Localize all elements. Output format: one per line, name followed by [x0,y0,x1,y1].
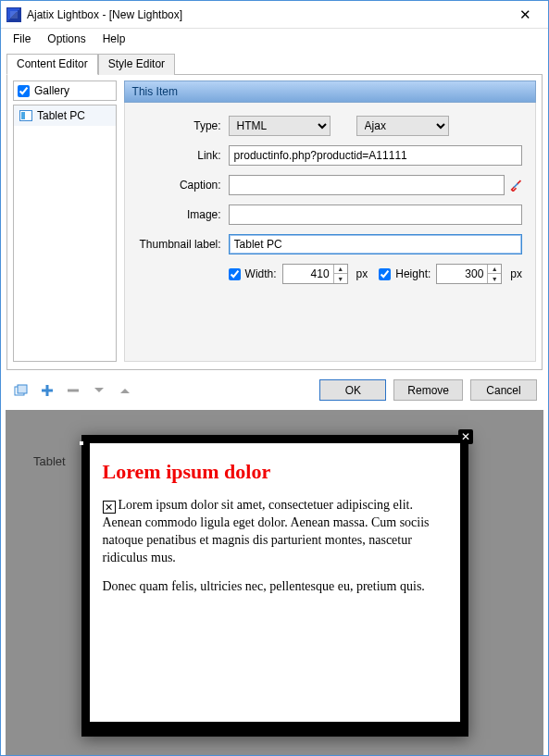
preview-area: Tablet ✕ Lorem ipsum dolor ✕Lorem ipsum … [6,410,543,756]
gallery-label: Gallery [34,84,69,97]
height-toggle[interactable]: Height: [379,267,430,280]
lightbox-paragraph: ✕Lorem ipsum dolor sit amet, consectetue… [103,497,447,567]
gallery-list[interactable]: Tablet PC [13,105,117,362]
lightbox-paragraph: Donec quam felis, ultricies nec, pellent… [103,578,447,596]
gallery-item-label: Tablet PC [37,109,85,122]
link-input[interactable] [229,145,522,166]
add-icon[interactable] [38,382,56,399]
label-thumbnail: Thumbnail label: [138,238,229,251]
list-toolbar: OK Remove Cancel [6,370,543,410]
gallery-checkbox[interactable] [18,85,30,97]
eyedropper-icon[interactable] [510,179,522,192]
lightbox-close-icon[interactable]: ✕ [458,429,473,444]
tab-style-editor[interactable]: Style Editor [98,54,175,75]
menu-bar: File Options Help [1,29,548,49]
broken-image-icon: ✕ [103,501,116,514]
chevron-down-icon[interactable]: ▼ [487,274,501,283]
preview-thumb-caption: Tablet [33,454,66,468]
height-input[interactable] [437,265,487,283]
window-title: Ajatix Lightbox - [New Lightbox] [27,8,182,21]
this-item-header: This Item [124,81,536,103]
image-input[interactable] [229,204,522,225]
gallery-item-icon [19,110,32,121]
thumbnail-label-input[interactable] [229,234,522,254]
tab-content-editor[interactable]: Content Editor [6,54,98,75]
label-link: Link: [138,149,229,162]
svg-rect-1 [18,385,27,393]
label-caption: Caption: [138,179,229,192]
ok-button[interactable]: OK [319,379,386,401]
type-select[interactable]: HTML [229,116,331,136]
ajax-select[interactable]: Ajax [356,116,449,136]
gallery-toggle[interactable]: Gallery [13,81,117,101]
title-bar: Ajatix Lightbox - [New Lightbox] ✕ [1,1,548,29]
remove-icon[interactable] [64,382,82,399]
move-down-icon[interactable] [90,382,108,399]
label-type: Type: [138,119,229,132]
chevron-up-icon[interactable]: ▲ [333,265,347,274]
menu-help[interactable]: Help [96,31,132,47]
app-logo-icon [6,7,21,22]
chevron-down-icon[interactable]: ▼ [333,274,347,283]
move-up-icon[interactable] [116,382,134,399]
gallery-item[interactable]: Tablet PC [14,105,116,126]
lightbox-title: Lorem ipsum dolor [103,460,447,484]
lightbox-preview: ✕ Lorem ipsum dolor ✕Lorem ipsum dolor s… [81,435,468,737]
caption-input[interactable] [229,175,505,195]
width-stepper[interactable]: ▲▼ [333,265,347,283]
lightbox-tip-icon [80,441,83,445]
duplicate-icon[interactable] [12,382,31,399]
width-checkbox[interactable] [229,268,241,280]
editor-tabs: Content Editor Style Editor [6,53,543,74]
height-checkbox[interactable] [379,268,391,280]
chevron-up-icon[interactable]: ▲ [487,265,501,274]
cancel-button[interactable]: Cancel [470,379,537,401]
menu-file[interactable]: File [6,31,37,47]
width-toggle[interactable]: Width: [229,267,277,280]
menu-options[interactable]: Options [41,31,92,47]
height-stepper[interactable]: ▲▼ [487,265,501,283]
remove-button[interactable]: Remove [393,379,463,401]
width-input[interactable] [283,265,333,283]
label-image: Image: [138,208,229,221]
close-window-button[interactable]: ✕ [505,1,546,28]
